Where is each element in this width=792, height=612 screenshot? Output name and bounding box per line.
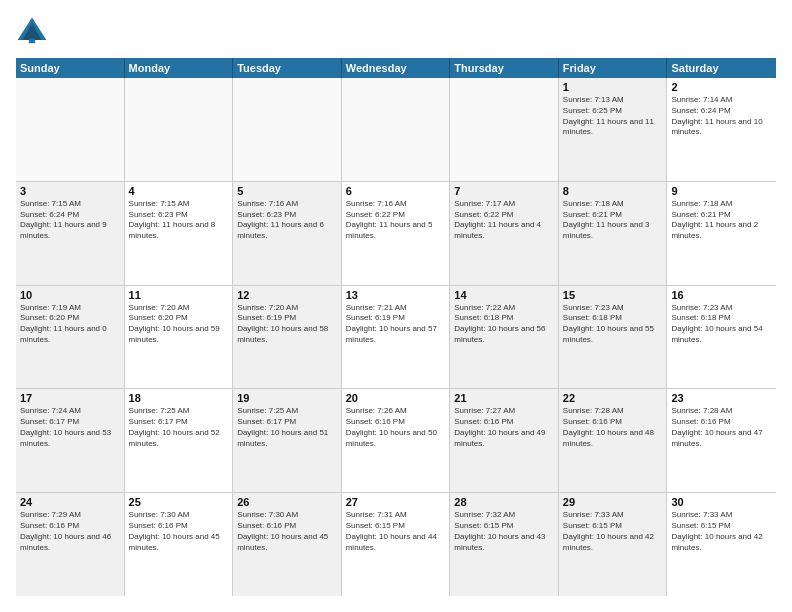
day-number: 17 [20,392,120,404]
page: SundayMondayTuesdayWednesdayThursdayFrid… [0,0,792,612]
day-info: Sunrise: 7:26 AM Sunset: 6:16 PM Dayligh… [346,406,446,449]
day-number: 12 [237,289,337,301]
day-number: 1 [563,81,663,93]
calendar-cell [342,78,451,181]
calendar-cell: 13Sunrise: 7:21 AM Sunset: 6:19 PM Dayli… [342,286,451,389]
calendar-cell: 19Sunrise: 7:25 AM Sunset: 6:17 PM Dayli… [233,389,342,492]
calendar-cell: 7Sunrise: 7:17 AM Sunset: 6:22 PM Daylig… [450,182,559,285]
day-number: 19 [237,392,337,404]
calendar: SundayMondayTuesdayWednesdayThursdayFrid… [16,58,776,596]
day-info: Sunrise: 7:23 AM Sunset: 6:18 PM Dayligh… [563,303,663,346]
calendar-cell: 18Sunrise: 7:25 AM Sunset: 6:17 PM Dayli… [125,389,234,492]
day-number: 29 [563,496,663,508]
calendar-cell [233,78,342,181]
day-number: 21 [454,392,554,404]
day-number: 10 [20,289,120,301]
day-number: 30 [671,496,772,508]
day-info: Sunrise: 7:25 AM Sunset: 6:17 PM Dayligh… [237,406,337,449]
day-info: Sunrise: 7:27 AM Sunset: 6:16 PM Dayligh… [454,406,554,449]
calendar-cell: 26Sunrise: 7:30 AM Sunset: 6:16 PM Dayli… [233,493,342,596]
calendar-header: SundayMondayTuesdayWednesdayThursdayFrid… [16,58,776,78]
header-day-monday: Monday [125,58,234,78]
day-number: 6 [346,185,446,197]
day-number: 20 [346,392,446,404]
calendar-cell: 11Sunrise: 7:20 AM Sunset: 6:20 PM Dayli… [125,286,234,389]
day-number: 25 [129,496,229,508]
calendar-cell: 4Sunrise: 7:15 AM Sunset: 6:23 PM Daylig… [125,182,234,285]
calendar-row-0: 1Sunrise: 7:13 AM Sunset: 6:25 PM Daylig… [16,78,776,182]
day-number: 24 [20,496,120,508]
calendar-cell: 27Sunrise: 7:31 AM Sunset: 6:15 PM Dayli… [342,493,451,596]
day-info: Sunrise: 7:33 AM Sunset: 6:15 PM Dayligh… [563,510,663,553]
day-number: 5 [237,185,337,197]
calendar-cell: 2Sunrise: 7:14 AM Sunset: 6:24 PM Daylig… [667,78,776,181]
calendar-cell: 17Sunrise: 7:24 AM Sunset: 6:17 PM Dayli… [16,389,125,492]
day-number: 18 [129,392,229,404]
day-info: Sunrise: 7:30 AM Sunset: 6:16 PM Dayligh… [237,510,337,553]
day-info: Sunrise: 7:22 AM Sunset: 6:18 PM Dayligh… [454,303,554,346]
header-day-friday: Friday [559,58,668,78]
day-info: Sunrise: 7:19 AM Sunset: 6:20 PM Dayligh… [20,303,120,346]
header-day-sunday: Sunday [16,58,125,78]
calendar-cell: 25Sunrise: 7:30 AM Sunset: 6:16 PM Dayli… [125,493,234,596]
calendar-cell: 14Sunrise: 7:22 AM Sunset: 6:18 PM Dayli… [450,286,559,389]
calendar-cell: 1Sunrise: 7:13 AM Sunset: 6:25 PM Daylig… [559,78,668,181]
calendar-cell: 10Sunrise: 7:19 AM Sunset: 6:20 PM Dayli… [16,286,125,389]
day-info: Sunrise: 7:13 AM Sunset: 6:25 PM Dayligh… [563,95,663,138]
day-info: Sunrise: 7:32 AM Sunset: 6:15 PM Dayligh… [454,510,554,553]
calendar-row-4: 24Sunrise: 7:29 AM Sunset: 6:16 PM Dayli… [16,493,776,596]
day-info: Sunrise: 7:30 AM Sunset: 6:16 PM Dayligh… [129,510,229,553]
calendar-cell: 23Sunrise: 7:28 AM Sunset: 6:16 PM Dayli… [667,389,776,492]
day-info: Sunrise: 7:28 AM Sunset: 6:16 PM Dayligh… [563,406,663,449]
calendar-cell: 15Sunrise: 7:23 AM Sunset: 6:18 PM Dayli… [559,286,668,389]
calendar-cell: 24Sunrise: 7:29 AM Sunset: 6:16 PM Dayli… [16,493,125,596]
day-info: Sunrise: 7:25 AM Sunset: 6:17 PM Dayligh… [129,406,229,449]
header [16,16,776,48]
day-number: 8 [563,185,663,197]
header-day-saturday: Saturday [667,58,776,78]
day-info: Sunrise: 7:33 AM Sunset: 6:15 PM Dayligh… [671,510,772,553]
calendar-cell: 29Sunrise: 7:33 AM Sunset: 6:15 PM Dayli… [559,493,668,596]
calendar-body: 1Sunrise: 7:13 AM Sunset: 6:25 PM Daylig… [16,78,776,596]
day-info: Sunrise: 7:16 AM Sunset: 6:23 PM Dayligh… [237,199,337,242]
day-number: 3 [20,185,120,197]
day-number: 27 [346,496,446,508]
day-number: 11 [129,289,229,301]
calendar-cell: 3Sunrise: 7:15 AM Sunset: 6:24 PM Daylig… [16,182,125,285]
calendar-cell [16,78,125,181]
day-info: Sunrise: 7:15 AM Sunset: 6:23 PM Dayligh… [129,199,229,242]
day-info: Sunrise: 7:28 AM Sunset: 6:16 PM Dayligh… [671,406,772,449]
calendar-cell: 5Sunrise: 7:16 AM Sunset: 6:23 PM Daylig… [233,182,342,285]
day-info: Sunrise: 7:31 AM Sunset: 6:15 PM Dayligh… [346,510,446,553]
calendar-row-3: 17Sunrise: 7:24 AM Sunset: 6:17 PM Dayli… [16,389,776,493]
day-info: Sunrise: 7:20 AM Sunset: 6:20 PM Dayligh… [129,303,229,346]
day-number: 13 [346,289,446,301]
calendar-cell: 8Sunrise: 7:18 AM Sunset: 6:21 PM Daylig… [559,182,668,285]
day-info: Sunrise: 7:21 AM Sunset: 6:19 PM Dayligh… [346,303,446,346]
svg-rect-2 [29,38,35,43]
calendar-cell: 28Sunrise: 7:32 AM Sunset: 6:15 PM Dayli… [450,493,559,596]
day-number: 9 [671,185,772,197]
calendar-cell: 20Sunrise: 7:26 AM Sunset: 6:16 PM Dayli… [342,389,451,492]
day-number: 14 [454,289,554,301]
day-info: Sunrise: 7:29 AM Sunset: 6:16 PM Dayligh… [20,510,120,553]
calendar-cell [450,78,559,181]
day-number: 4 [129,185,229,197]
day-info: Sunrise: 7:24 AM Sunset: 6:17 PM Dayligh… [20,406,120,449]
day-info: Sunrise: 7:15 AM Sunset: 6:24 PM Dayligh… [20,199,120,242]
day-number: 7 [454,185,554,197]
calendar-cell: 30Sunrise: 7:33 AM Sunset: 6:15 PM Dayli… [667,493,776,596]
day-info: Sunrise: 7:18 AM Sunset: 6:21 PM Dayligh… [671,199,772,242]
day-number: 15 [563,289,663,301]
calendar-cell [125,78,234,181]
calendar-cell: 12Sunrise: 7:20 AM Sunset: 6:19 PM Dayli… [233,286,342,389]
calendar-cell: 22Sunrise: 7:28 AM Sunset: 6:16 PM Dayli… [559,389,668,492]
day-number: 28 [454,496,554,508]
day-info: Sunrise: 7:20 AM Sunset: 6:19 PM Dayligh… [237,303,337,346]
calendar-row-1: 3Sunrise: 7:15 AM Sunset: 6:24 PM Daylig… [16,182,776,286]
calendar-cell: 9Sunrise: 7:18 AM Sunset: 6:21 PM Daylig… [667,182,776,285]
header-day-thursday: Thursday [450,58,559,78]
header-day-tuesday: Tuesday [233,58,342,78]
logo [16,16,52,48]
calendar-cell: 16Sunrise: 7:23 AM Sunset: 6:18 PM Dayli… [667,286,776,389]
